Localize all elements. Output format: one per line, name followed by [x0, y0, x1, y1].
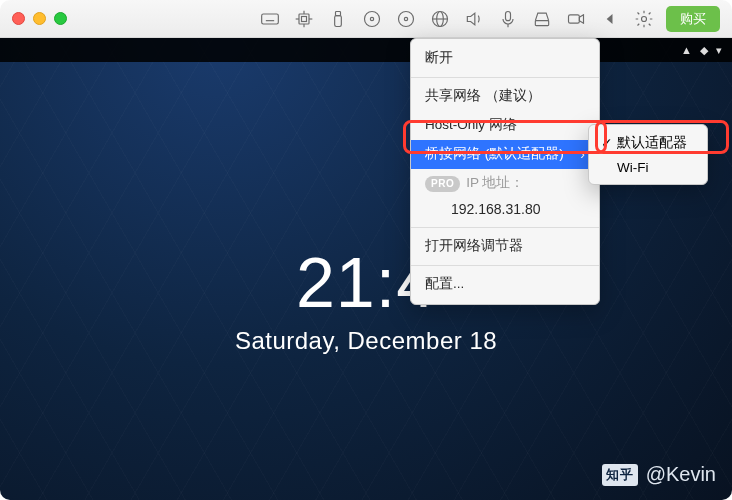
submenu-default-adapter[interactable]: ✓ 默认适配器 [589, 130, 707, 156]
mac-titlebar: 购买 [0, 0, 732, 38]
watermark: 知乎 @Kevin [602, 463, 716, 486]
titlebar-device-icons [260, 9, 654, 29]
microphone-icon[interactable] [498, 9, 518, 29]
disc-icon[interactable] [362, 9, 382, 29]
menu-shared-network[interactable]: 共享网络 （建议） [411, 82, 599, 111]
chevron-right-icon: › [580, 145, 585, 165]
bridged-submenu: ✓ 默认适配器 Wi-Fi [588, 124, 708, 185]
menu-separator [411, 77, 599, 78]
vm-status-tray[interactable]: ▲ ◆ ▾ [681, 44, 722, 57]
vm-desktop: ▲ ◆ ▾ 21:4 Saturday, December 18 知乎 @Kev… [0, 38, 732, 500]
buy-button[interactable]: 购买 [666, 6, 720, 32]
menu-open-tuner[interactable]: 打开网络调节器 [411, 232, 599, 261]
harddrive-icon[interactable] [532, 9, 552, 29]
ip-address-value: 192.168.31.80 [411, 198, 599, 223]
watermark-author: @Kevin [646, 463, 716, 486]
svg-rect-13 [335, 15, 342, 26]
submenu-default-label: 默认适配器 [617, 134, 687, 152]
menu-separator [411, 227, 599, 228]
svg-point-15 [370, 17, 373, 20]
svg-rect-21 [506, 11, 511, 20]
svg-rect-7 [302, 16, 307, 21]
fullscreen-window-button[interactable] [54, 12, 67, 25]
network-status-icon: ▲ [681, 44, 692, 57]
gear-icon[interactable] [634, 9, 654, 29]
volume-status-icon: ◆ [700, 44, 708, 57]
svg-rect-0 [262, 14, 279, 24]
svg-rect-23 [535, 20, 548, 25]
svg-point-14 [365, 11, 380, 26]
window-controls [12, 12, 67, 25]
menu-separator [411, 265, 599, 266]
menu-bridged-label: 桥接网络 (默认适配器) [425, 145, 564, 164]
svg-rect-24 [569, 14, 580, 22]
collapse-left-icon[interactable] [600, 9, 620, 29]
menu-host-only[interactable]: Host-Only 网络 [411, 111, 599, 140]
zhihu-logo: 知乎 [602, 464, 638, 486]
sound-icon[interactable] [464, 9, 484, 29]
svg-point-16 [399, 11, 414, 26]
submenu-wifi-label: Wi-Fi [617, 160, 648, 175]
usb-icon[interactable] [328, 9, 348, 29]
lock-screen-clock: 21:4 Saturday, December 18 [0, 243, 732, 355]
cpu-icon[interactable] [294, 9, 314, 29]
close-window-button[interactable] [12, 12, 25, 25]
keyboard-icon[interactable] [260, 9, 280, 29]
svg-rect-6 [299, 14, 309, 24]
vm-topbar: ▲ ◆ ▾ [0, 38, 732, 62]
menu-configure[interactable]: 配置... [411, 270, 599, 299]
checkmark-icon: ✓ [601, 135, 617, 151]
ip-label: IP 地址： [466, 174, 524, 193]
disc2-icon[interactable] [396, 9, 416, 29]
svg-point-17 [404, 17, 407, 20]
network-menu: 断开 共享网络 （建议） Host-Only 网络 桥接网络 (默认适配器) ›… [410, 38, 600, 305]
menu-bridged-network[interactable]: 桥接网络 (默认适配器) › [411, 140, 599, 170]
pro-badge: PRO [425, 176, 460, 192]
minimize-window-button[interactable] [33, 12, 46, 25]
svg-rect-12 [336, 11, 341, 15]
menu-ip-header: PRO IP 地址： [411, 169, 599, 198]
clock-time: 21:4 [0, 243, 732, 323]
camera-icon[interactable] [566, 9, 586, 29]
power-status-icon: ▾ [716, 44, 722, 57]
clock-date: Saturday, December 18 [0, 327, 732, 355]
svg-point-25 [642, 16, 647, 21]
submenu-wifi[interactable]: Wi-Fi [589, 156, 707, 179]
network-globe-icon[interactable] [430, 9, 450, 29]
menu-disconnect[interactable]: 断开 [411, 44, 599, 73]
